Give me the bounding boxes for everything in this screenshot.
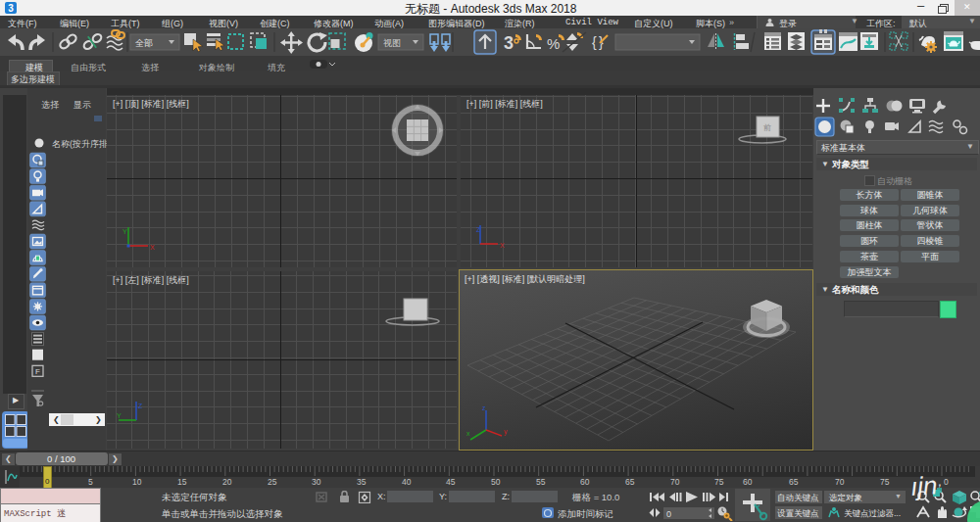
svg-text:z: z	[482, 404, 486, 411]
svg-text:全部: 全部	[135, 38, 153, 48]
svg-text:3: 3	[8, 3, 14, 14]
svg-text:X: X	[500, 242, 505, 249]
svg-text:Y: Y	[122, 228, 127, 235]
svg-text:Y: Y	[117, 412, 122, 419]
svg-text:x: x	[466, 430, 470, 437]
svg-text:Z: Z	[476, 226, 481, 233]
svg-text:前: 前	[763, 123, 771, 132]
svg-text:%: %	[547, 35, 560, 52]
svg-text:视图: 视图	[383, 38, 401, 48]
svg-text:0: 0	[666, 509, 671, 519]
svg-text:y: y	[504, 428, 508, 436]
svg-text:Z: Z	[138, 403, 143, 409]
svg-text:{: {	[592, 34, 597, 50]
svg-text:F: F	[35, 367, 40, 376]
svg-text:X: X	[150, 244, 155, 251]
svg-text:3: 3	[504, 33, 514, 53]
